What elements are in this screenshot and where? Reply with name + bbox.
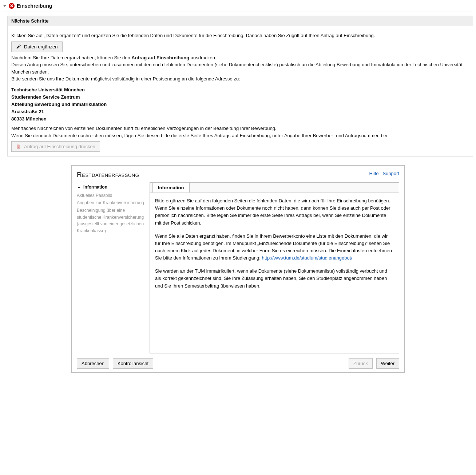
print-antrag-label: Antrag auf Einschreibung drucken [24,144,95,149]
nav-krankenversicherung[interactable]: Angaben zur Krankenversicherung [77,199,146,206]
info-p1: Bitte ergänzen Sie auf den folgenden Sei… [155,197,394,227]
wizard-box: Restdatenerfassung Hilfe Support Informa… [71,165,405,373]
print-antrag-button: Antrag auf Einschreibung drucken [11,141,100,152]
addr-l2: Studierenden Service Zentrum [11,94,469,101]
info-p3: Sie werden an der TUM immatrikuliert, we… [155,268,394,289]
daten-ergaenzen-label: Daten ergänzen [24,44,58,50]
after1a: Nachdem Sie Ihre Daten ergänzt haben, kö… [11,55,131,60]
after2: Diesen Antrag müssen Sie, unterschrieben… [11,62,463,75]
divider [3,12,473,12]
daten-ergaenzen-button[interactable]: Daten ergänzen [11,41,63,52]
intro-text: Klicken Sie auf „Daten ergänzen“ und erg… [11,32,469,39]
address-block: Technische Universität München Studieren… [11,86,469,123]
addr-l5: 80333 München [11,115,469,123]
zurueck-button: Zurück [349,358,373,369]
note1: Mehrfaches Nachreichen von einzelnen Dok… [11,126,276,131]
weiter-button[interactable]: Weiter [376,358,399,369]
tab-information[interactable]: Information [152,183,190,193]
next-steps-heading: Nächste Schritte [8,16,473,26]
einschreibung-header: Einschreibung [3,3,473,9]
wizard-title: Restdatenerfassung [77,171,399,179]
wizard-content: Information Bitte ergänzen Sie auf den f… [150,182,399,353]
hilfe-link[interactable]: Hilfe [369,171,379,176]
support-link[interactable]: Support [382,171,399,176]
pencil-icon [16,44,21,49]
after1b: Antrag auf Einschreibung [131,55,189,60]
after-text: Nachdem Sie Ihre Daten ergänzt haben, kö… [11,54,469,83]
notes: Mehrfaches Nachreichen von einzelnen Dok… [11,125,469,139]
studienangebot-link[interactable]: http://www.tum.de/studium/studienangebot… [262,255,352,261]
after1c: ausdrucken. [191,55,217,60]
pdf-icon [16,144,21,149]
error-icon [9,3,15,9]
next-steps-box: Nächste Schritte Klicken Sie auf „Daten … [7,16,473,157]
after3: Bitte senden Sie uns Ihre Dokumente mögl… [11,76,240,82]
addr-l3: Abteilung Bewerbung und Immatrikulation [11,101,469,108]
nav-bescheinigung[interactable]: Bescheinigung über eine studentische Kra… [77,207,146,234]
help-links: Hilfe Support [369,171,399,176]
info-p2: Wenn Sie alle Daten ergänzt haben, finde… [155,233,394,262]
wizard-nav: Information Aktuelles Passbild Angaben z… [77,182,150,353]
addr-l4: Arcisstraße 21 [11,108,469,115]
abbrechen-button[interactable]: Abbrechen [77,358,109,369]
collapse-arrow-icon[interactable] [3,5,7,7]
addr-l1: Technische Universität München [11,86,469,94]
nav-information[interactable]: Information [83,184,146,191]
panel-title: Einschreibung [17,3,52,9]
note2: Wenn Sie dennoch Dokumente nachreichen m… [11,133,389,138]
kontrollansicht-button[interactable]: Kontrollansicht [113,358,153,369]
nav-passbild[interactable]: Aktuelles Passbild [77,192,146,199]
